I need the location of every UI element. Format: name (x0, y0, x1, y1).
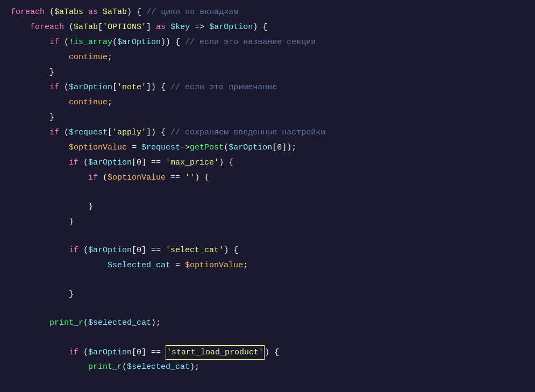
code-line-12: if ( $optionValue == '' ) { (0, 171, 535, 186)
code-line-25: print_r ( $selected_cat ); (0, 360, 535, 375)
keyword-as: as (88, 5, 98, 19)
code-line-6: if ( $arOption [ 'note' ]) { // если это… (0, 81, 535, 96)
code-line-4: continue ; (0, 51, 535, 66)
code-line-17: if ( $arOption [0] == 'select_cat' ) { (0, 244, 535, 259)
code-line-10: $optionValue = $request -> getPost ( $ar… (0, 141, 535, 156)
code-line-empty-1 (0, 230, 535, 244)
code-line-7: continue ; (0, 96, 535, 111)
code-line-14: } (0, 200, 535, 215)
code-line-5: } (0, 66, 535, 81)
code-line-18: $selected_cat = $optionValue ; (0, 259, 535, 274)
code-line-2: foreach ( $aTab [ 'OPTIONS' ] as $key =>… (0, 20, 535, 35)
code-line-20: } (0, 288, 535, 303)
code-line-empty-4 (0, 331, 535, 345)
code-line-13 (0, 186, 535, 200)
code-line-9: if ( $request [ 'apply' ]) { // сохраняе… (0, 126, 535, 141)
code-line-8: } (0, 111, 535, 126)
code-line-empty-2 (0, 274, 535, 288)
code-line-empty-3 (0, 303, 535, 317)
code-line-1: foreach ( $aTabs as $aTab ) { // цикл по… (0, 5, 535, 20)
code-line-3: if (! is_array ( $arOption )) { // если … (0, 35, 535, 51)
code-editor: foreach ( $aTabs as $aTab ) { // цикл по… (0, 0, 535, 392)
code-line-15: } (0, 215, 535, 230)
code-line-22: print_r ( $selected_cat ); (0, 316, 535, 331)
code-line-24: if ( $arOption [0] == 'start_load_produc… (0, 345, 535, 360)
keyword-foreach: foreach (11, 5, 45, 19)
code-line-11: if ( $arOption [0] == 'max_price' ) { (0, 156, 535, 171)
